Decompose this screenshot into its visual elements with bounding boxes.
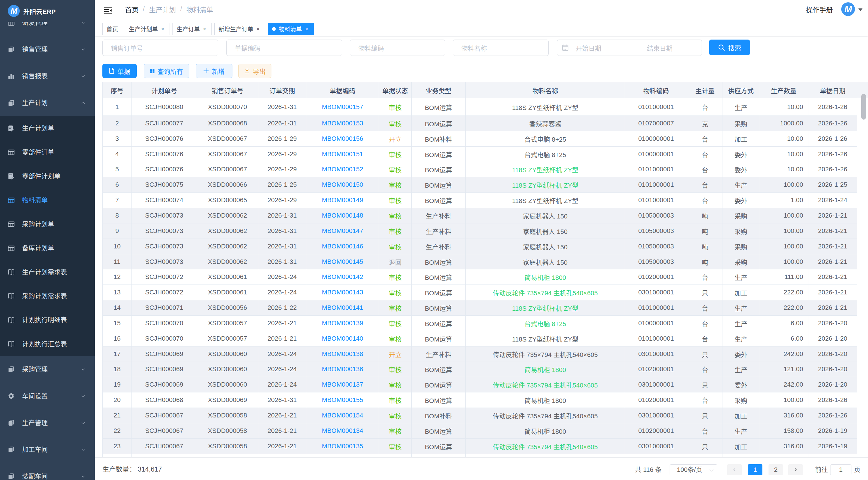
- svg-text:M: M: [10, 6, 18, 16]
- svg-text:M: M: [844, 4, 852, 14]
